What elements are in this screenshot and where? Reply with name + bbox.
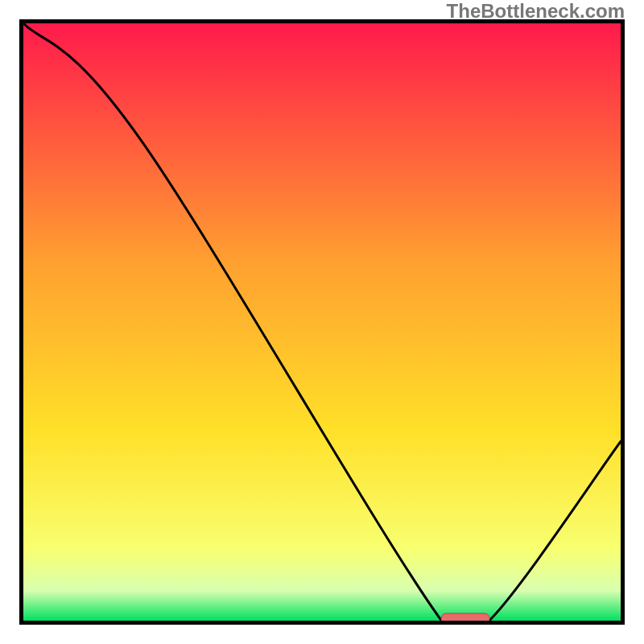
chart-plot-area (23, 23, 621, 621)
watermark-text: TheBottleneck.com (447, 0, 625, 23)
optimal-marker (441, 613, 489, 621)
chart-svg (23, 23, 621, 621)
chart-background (23, 23, 621, 621)
chart-frame: TheBottleneck.com (0, 0, 644, 644)
